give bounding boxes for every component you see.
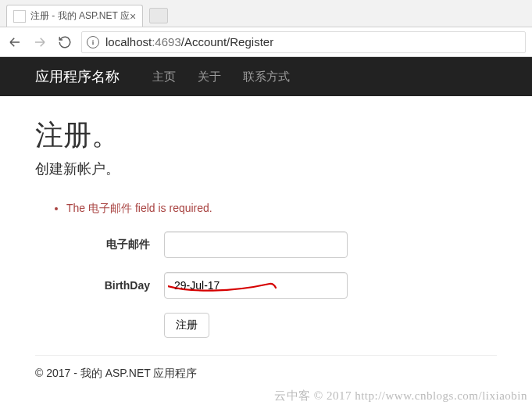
email-label: 电子邮件	[35, 238, 164, 252]
tab-title: 注册 - 我的 ASP.NET 应	[30, 9, 130, 23]
navbar: 应用程序名称 主页 关于 联系方式	[0, 57, 532, 96]
footer-text: © 2017 - 我的 ASP.NET 应用程序	[35, 367, 497, 381]
submit-row: 注册	[164, 313, 497, 338]
arrow-right-icon	[33, 35, 47, 49]
url-path: /Account/Register	[181, 35, 273, 48]
birthday-field[interactable]	[164, 272, 348, 299]
register-button[interactable]: 注册	[164, 313, 209, 338]
form-row-birthday: BirthDay	[35, 272, 497, 299]
validation-summary: The 电子邮件 field is required.	[66, 202, 497, 216]
nav-link-about[interactable]: 关于	[198, 70, 221, 84]
nav-link-home[interactable]: 主页	[152, 70, 176, 84]
page-title: 注册。	[35, 116, 497, 155]
close-icon[interactable]: ×	[130, 10, 136, 23]
url-host: localhost	[105, 35, 152, 48]
form-row-email: 电子邮件	[35, 231, 497, 258]
forward-button[interactable]	[31, 35, 48, 49]
main-container: 注册。 创建新帐户。 The 电子邮件 field is required. 电…	[0, 96, 532, 396]
page-subtitle: 创建新帐户。	[35, 159, 497, 178]
url-port: :4693	[152, 35, 181, 48]
divider	[35, 355, 497, 356]
page-content: 应用程序名称 主页 关于 联系方式 注册。 创建新帐户。 The 电子邮件 fi…	[0, 57, 532, 396]
nav-link-contact[interactable]: 联系方式	[243, 70, 290, 84]
arrow-left-icon	[8, 35, 22, 49]
navbar-brand[interactable]: 应用程序名称	[35, 67, 120, 86]
validation-error: The 电子邮件 field is required.	[66, 202, 497, 216]
browser-tab-bar: 注册 - 我的 ASP.NET 应 ×	[0, 0, 532, 27]
address-bar[interactable]: i localhost:4693/Account/Register	[81, 31, 526, 53]
reload-button[interactable]	[56, 35, 73, 49]
browser-tab[interactable]: 注册 - 我的 ASP.NET 应 ×	[6, 5, 143, 27]
tab-favicon	[13, 10, 26, 23]
new-tab-button[interactable]	[149, 8, 168, 23]
watermark-text: 云中客 © 2017 http://www.cnblogs.com/lixiao…	[274, 389, 527, 403]
birthday-label: BirthDay	[35, 279, 164, 292]
back-button[interactable]	[6, 35, 23, 49]
email-field[interactable]	[164, 231, 348, 258]
reload-icon	[58, 35, 72, 49]
browser-toolbar: i localhost:4693/Account/Register	[0, 27, 532, 57]
site-info-icon[interactable]: i	[87, 36, 99, 48]
